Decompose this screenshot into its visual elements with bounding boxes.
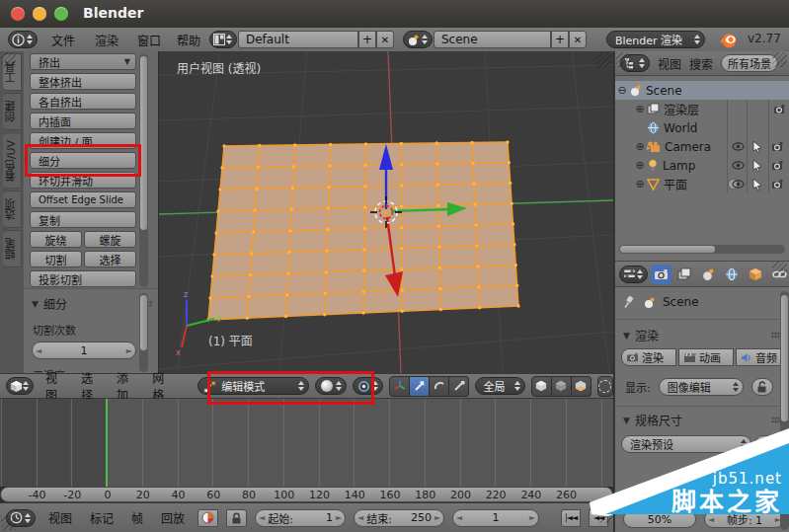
- extrude-region-button[interactable]: 整体挤出: [30, 73, 136, 90]
- extrude-individual-button[interactable]: 各自挤出: [30, 93, 136, 110]
- timeline-playhead[interactable]: [106, 399, 108, 487]
- panel-scrollbar[interactable]: [139, 293, 148, 372]
- selectability-cursor-icon[interactable]: [752, 141, 762, 153]
- scene-icon-button[interactable]: [403, 31, 433, 48]
- spin-button[interactable]: 旋绕: [30, 231, 82, 248]
- screw-button[interactable]: 螺旋: [84, 231, 136, 248]
- collapse-icon[interactable]: ⊖: [615, 84, 629, 97]
- extrude-menu-button[interactable]: 挤出 ▼: [30, 53, 136, 70]
- expand-icon[interactable]: ⊕: [633, 140, 647, 153]
- proportional-edit-button[interactable]: [597, 376, 613, 397]
- knife-project-button[interactable]: 投影切割: [30, 270, 136, 287]
- window-close-button[interactable]: [11, 7, 25, 21]
- renderability-camera-icon[interactable]: [771, 179, 784, 190]
- editor-type-button-properties[interactable]: [619, 266, 648, 283]
- layout-close-button[interactable]: ✕: [376, 31, 394, 48]
- viewport-shading-dropdown[interactable]: [315, 377, 347, 395]
- resolution-percentage-slider[interactable]: 50%: [623, 510, 696, 528]
- outliner-menu-view[interactable]: 视图: [658, 55, 681, 72]
- lock-frame-button[interactable]: [226, 509, 247, 527]
- increment-arrow-icon[interactable]: ►: [333, 513, 345, 522]
- timeline-menu-frame[interactable]: 帧: [126, 509, 148, 526]
- tab-render-layers[interactable]: [674, 265, 695, 284]
- area-corner-grip[interactable]: [772, 262, 787, 276]
- transform-orientation-dropdown[interactable]: 全局: [475, 377, 524, 395]
- manipulator-axes-button[interactable]: [389, 376, 410, 397]
- outliner-hscrollbar-thumb[interactable]: [620, 246, 715, 253]
- scene-close-button[interactable]: ✕: [569, 31, 587, 48]
- mode-dropdown[interactable]: 编辑模式: [197, 377, 309, 395]
- selectability-cursor-icon[interactable]: [752, 179, 762, 190]
- decrement-arrow-icon[interactable]: ◄: [355, 513, 366, 522]
- menu-add[interactable]: 添加: [111, 369, 140, 403]
- end-frame-field[interactable]: ◄ 结束: 250 ►: [354, 509, 444, 527]
- preset-remove-button[interactable]: −: [754, 435, 774, 453]
- area-corner-grip[interactable]: [772, 52, 787, 67]
- outliner-filter-dropdown[interactable]: 所有场景: [721, 54, 778, 72]
- display-mode-dropdown[interactable]: 图像编辑: [659, 378, 744, 396]
- visibility-eye-icon[interactable]: [732, 161, 745, 170]
- outliner-row-render-layers[interactable]: ⊕ 渲染层: [615, 100, 789, 118]
- outliner-hscrollbar[interactable]: [619, 245, 785, 254]
- screen-layout-icon-button[interactable]: [209, 31, 237, 48]
- expand-icon[interactable]: ⊕: [633, 159, 647, 172]
- timeline-graph[interactable]: [0, 399, 613, 487]
- area-corner-grip[interactable]: [1, 52, 16, 67]
- timeline-menu-playback[interactable]: 回放: [156, 509, 190, 526]
- snap-cube-face-button[interactable]: [572, 376, 592, 397]
- viewport-3d[interactable]: z y x 用户视图 (透视) (1) 平面: [158, 51, 613, 373]
- outliner-row-plane[interactable]: ⊕ 平面: [615, 175, 789, 193]
- increment-arrow-icon[interactable]: ►: [123, 346, 135, 355]
- make-edge-face-button[interactable]: 创建边 / 面: [30, 132, 136, 149]
- subdivide-button[interactable]: 细分: [30, 152, 136, 169]
- tab-render[interactable]: [651, 265, 671, 284]
- tab-shading-uv[interactable]: 着色/UV: [3, 132, 22, 189]
- tab-create[interactable]: 创建: [3, 93, 22, 130]
- menu-render[interactable]: 渲染: [95, 32, 118, 48]
- animation-button[interactable]: 动画: [678, 348, 734, 366]
- decrement-arrow-icon[interactable]: ◄: [705, 515, 717, 524]
- render-panel-header[interactable]: ▼ 渲染: [623, 327, 783, 343]
- tab-object[interactable]: [746, 265, 766, 284]
- menu-file[interactable]: 文件: [51, 32, 75, 48]
- manipulator-scale-button[interactable]: [449, 376, 469, 397]
- visibility-eye-icon[interactable]: [732, 142, 745, 151]
- panel-collapse-icon[interactable]: ▼: [623, 416, 630, 425]
- menu-select[interactable]: 选择: [75, 369, 105, 403]
- window-minimize-button[interactable]: [33, 7, 46, 21]
- panel-collapse-icon[interactable]: ▼: [623, 331, 630, 341]
- decrement-arrow-icon[interactable]: ◄: [453, 513, 465, 522]
- panel-scrollbar-thumb[interactable]: [140, 295, 147, 350]
- layout-add-button[interactable]: +: [358, 31, 376, 48]
- selectability-cursor-icon[interactable]: [752, 160, 762, 172]
- visibility-eye-icon[interactable]: [732, 180, 745, 189]
- outliner-row-world[interactable]: World: [615, 118, 789, 137]
- increment-arrow-icon[interactable]: ►: [432, 513, 443, 522]
- outliner-row-scene[interactable]: ⊖ Scene: [615, 81, 789, 100]
- renderability-camera-icon[interactable]: [771, 141, 784, 152]
- timeline-menu-marker[interactable]: 标记: [85, 509, 118, 526]
- outliner-menu-search[interactable]: 搜索: [689, 55, 713, 72]
- render-engine-dropdown[interactable]: Blender 渲染: [606, 31, 705, 48]
- menu-mesh[interactable]: 网格: [146, 369, 176, 403]
- frame-step-stepper[interactable]: ◄ 帧步: 1 ►: [704, 510, 785, 528]
- lock-interface-button[interactable]: [751, 378, 773, 396]
- outliner-row-lamp[interactable]: ⊕ Lamp: [615, 156, 789, 175]
- menu-view[interactable]: 视图: [39, 369, 69, 403]
- start-frame-field[interactable]: ◄ 起始: 1 ►: [255, 509, 346, 527]
- area-corner-grip[interactable]: [616, 52, 631, 67]
- renderability-camera-icon[interactable]: [771, 160, 784, 171]
- jump-to-start-button[interactable]: |◄◄: [561, 509, 581, 527]
- timeline-menu-view[interactable]: 视图: [43, 509, 77, 526]
- duplicate-button[interactable]: 复制: [30, 211, 136, 228]
- render-preset-dropdown[interactable]: 渲染预设: [621, 435, 751, 453]
- select-button[interactable]: 选择: [84, 251, 136, 267]
- window-maximize-button[interactable]: [54, 7, 68, 21]
- decrement-arrow-icon[interactable]: ◄: [33, 346, 44, 355]
- scene-add-button[interactable]: +: [551, 31, 569, 48]
- outliner-row-camera[interactable]: ⊕ Camera: [615, 137, 789, 156]
- tab-scene[interactable]: [698, 265, 719, 284]
- pin-icon[interactable]: [623, 295, 636, 309]
- expand-icon[interactable]: ⊕: [633, 178, 647, 190]
- area-corner-grip[interactable]: [597, 508, 612, 523]
